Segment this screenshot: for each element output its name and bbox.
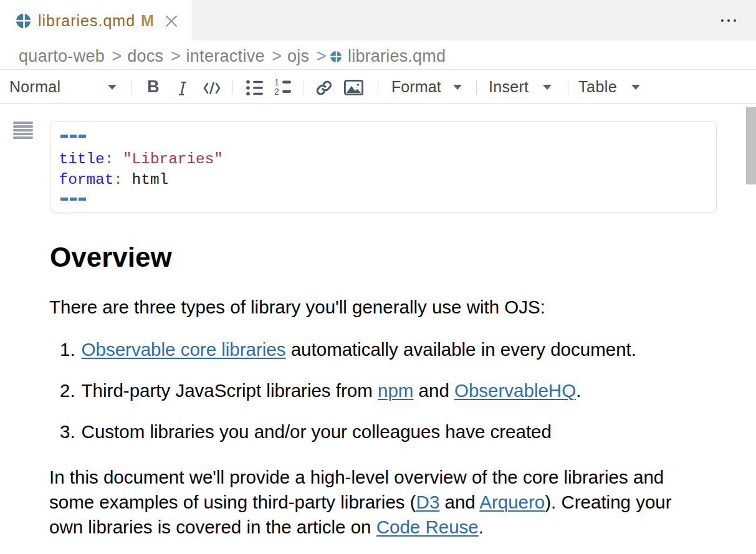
svg-text:2: 2 xyxy=(274,87,279,95)
svg-text:1: 1 xyxy=(274,78,279,87)
